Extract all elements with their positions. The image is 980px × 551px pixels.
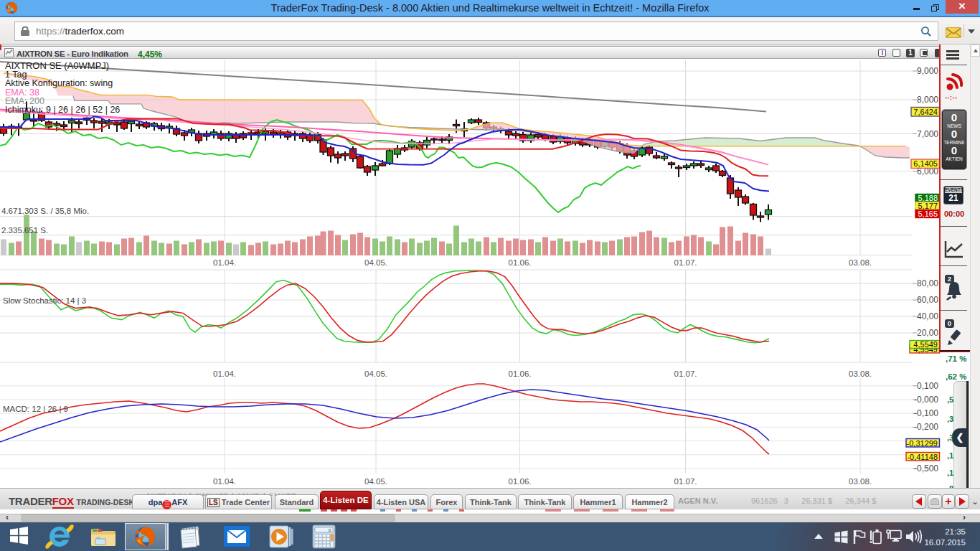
svg-text:-0,100: -0,100 (914, 408, 938, 418)
svg-text:04.05.: 04.05. (364, 258, 387, 267)
svg-text:01.06.: 01.06. (509, 477, 532, 486)
svg-text:04.05.: 04.05. (364, 477, 387, 486)
svg-text:-0,31299: -0,31299 (907, 439, 938, 448)
svg-text:7,000: 7,000 (917, 129, 938, 139)
svg-text:01.07.: 01.07. (674, 258, 697, 267)
svg-text:20,00: 20,00 (917, 328, 938, 338)
svg-text:4,5549: 4,5549 (913, 340, 938, 349)
svg-text:03.08.: 03.08. (849, 258, 872, 267)
svg-text:-0,41148: -0,41148 (907, 453, 938, 461)
svg-text:01.04.: 01.04. (213, 258, 236, 267)
svg-text:01.07.: 01.07. (674, 369, 697, 378)
svg-text:7,6424: 7,6424 (913, 108, 938, 116)
svg-text:01.04.: 01.04. (213, 369, 236, 378)
svg-text:-0,000: -0,000 (914, 395, 938, 405)
svg-text:40,00: 40,00 (917, 311, 938, 321)
svg-text:01.07.: 01.07. (674, 477, 697, 486)
svg-text:03.08.: 03.08. (849, 477, 872, 486)
svg-text:2.335.651 S.: 2.335.651 S. (1, 226, 48, 235)
svg-text:01.06.: 01.06. (509, 258, 532, 267)
svg-text:MACD: 12 | 26 | 9: MACD: 12 | 26 | 9 (3, 405, 68, 413)
svg-text:04.05.: 04.05. (364, 369, 387, 378)
svg-text:8,000: 8,000 (917, 95, 938, 105)
svg-text:03.08.: 03.08. (849, 369, 872, 378)
svg-text:Slow Stochastic: 14 | 3: Slow Stochastic: 14 | 3 (3, 296, 86, 305)
svg-text:5,165: 5,165 (918, 209, 938, 218)
svg-text:0,100: 0,100 (917, 381, 938, 391)
svg-text:9,000: 9,000 (917, 66, 938, 76)
svg-text:4.671.303 S. / 35,8 Mio.: 4.671.303 S. / 35,8 Mio. (1, 207, 89, 215)
svg-text:60,00: 60,00 (917, 295, 938, 305)
svg-text:Ichimoku: 9 | 26 | 26 | 52 | 2: Ichimoku: 9 | 26 | 26 | 52 | 26 (5, 105, 120, 115)
svg-text:-0,200: -0,200 (914, 422, 938, 432)
svg-text:01.04.: 01.04. (213, 477, 236, 486)
svg-text:6,1405: 6,1405 (913, 159, 938, 168)
svg-text:01.06.: 01.06. (509, 369, 532, 378)
svg-text:-0,500: -0,500 (914, 463, 938, 474)
svg-text:80,00: 80,00 (917, 278, 938, 288)
